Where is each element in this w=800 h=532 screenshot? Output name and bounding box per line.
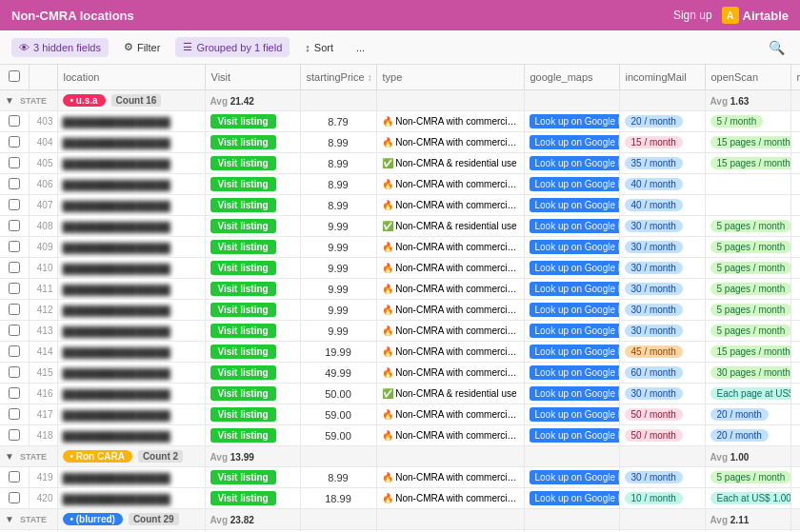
row-checkbox-cell[interactable] [0, 300, 29, 321]
row-visit[interactable]: Visit listing [205, 384, 300, 404]
row-maps[interactable]: Look up on Google M... [524, 425, 619, 446]
lookup-maps-button[interactable]: Look up on Google M... [530, 240, 620, 254]
row-checkbox-cell[interactable] [0, 467, 29, 488]
row-maps[interactable]: Look up on Google M... [524, 279, 619, 300]
row-checkbox[interactable] [9, 304, 20, 315]
row-location[interactable]: ████████████████ [57, 404, 205, 425]
row-visit[interactable]: Visit listing [205, 216, 300, 237]
row-location[interactable]: ████████████████ [57, 384, 205, 404]
col-header-maps[interactable]: google_maps [524, 65, 619, 90]
row-maps[interactable]: Look up on Google M... [524, 174, 619, 195]
row-checkbox[interactable] [9, 157, 20, 168]
visit-listing-button[interactable]: Visit listing [210, 428, 276, 443]
row-location[interactable]: ████████████████ [57, 279, 205, 300]
lookup-maps-button[interactable]: Look up on Google M... [530, 135, 620, 149]
row-checkbox-cell[interactable] [0, 363, 29, 384]
row-visit[interactable]: Visit listing [205, 363, 300, 384]
lookup-maps-button[interactable]: Look up on Google M... [530, 428, 620, 443]
visit-listing-button[interactable]: Visit listing [210, 114, 276, 128]
row-checkbox-cell[interactable] [0, 258, 29, 279]
row-maps[interactable]: Look up on Google M... [524, 384, 619, 404]
visit-listing-button[interactable]: Visit listing [210, 345, 276, 359]
row-visit[interactable]: Visit listing [205, 279, 300, 300]
row-checkbox-cell[interactable] [0, 111, 29, 132]
row-checkbox[interactable] [9, 408, 20, 420]
row-checkbox[interactable] [9, 387, 20, 399]
row-location[interactable]: ████████████████ [57, 174, 205, 195]
row-maps[interactable]: Look up on Google M... [524, 132, 619, 153]
lookup-maps-button[interactable]: Look up on Google M... [530, 114, 620, 128]
sign-up-link[interactable]: Sign up [673, 9, 712, 22]
row-checkbox-cell[interactable] [0, 488, 29, 509]
row-maps[interactable]: Look up on Google M... [524, 216, 619, 237]
row-location[interactable]: ████████████████ [57, 258, 205, 279]
row-maps[interactable]: Look up on Google M... [524, 153, 619, 174]
visit-listing-button[interactable]: Visit listing [210, 156, 276, 170]
row-location[interactable]: ████████████████ [57, 342, 205, 363]
row-visit[interactable]: Visit listing [205, 300, 300, 321]
row-checkbox-cell[interactable] [0, 195, 29, 216]
row-checkbox-cell[interactable] [0, 279, 29, 300]
row-maps[interactable]: Look up on Google M... [524, 300, 619, 321]
row-visit[interactable]: Visit listing [205, 404, 300, 425]
row-checkbox[interactable] [9, 220, 20, 231]
row-visit[interactable]: Visit listing [205, 342, 300, 363]
visit-listing-button[interactable]: Visit listing [210, 303, 276, 317]
visit-listing-button[interactable]: Visit listing [210, 261, 276, 275]
row-checkbox[interactable] [9, 429, 20, 441]
row-maps[interactable]: Look up on Google M... [524, 195, 619, 216]
col-header-mail[interactable]: incomingMail [619, 65, 705, 90]
row-checkbox[interactable] [9, 262, 20, 273]
group-chevron-icon[interactable]: ▼ [5, 451, 14, 462]
row-maps[interactable]: Look up on Google M... [524, 237, 619, 258]
row-location[interactable]: ████████████████ [57, 195, 205, 216]
row-location[interactable]: ████████████████ [57, 321, 205, 342]
row-checkbox-cell[interactable] [0, 132, 29, 153]
visit-listing-button[interactable]: Visit listing [210, 240, 276, 254]
row-location[interactable]: ████████████████ [57, 300, 205, 321]
visit-listing-button[interactable]: Visit listing [210, 282, 276, 296]
hidden-fields-button[interactable]: 👁 3 hidden fields [11, 38, 109, 57]
row-checkbox[interactable] [9, 471, 20, 483]
lookup-maps-button[interactable]: Look up on Google M... [530, 303, 620, 317]
row-visit[interactable]: Visit listing [205, 237, 300, 258]
row-checkbox[interactable] [9, 283, 20, 294]
row-checkbox-cell[interactable] [0, 321, 29, 342]
row-checkbox-cell[interactable] [0, 153, 29, 174]
row-location[interactable]: ████████████████ [57, 153, 205, 174]
col-header-visit[interactable]: Visit [205, 65, 300, 90]
row-checkbox[interactable] [9, 115, 20, 127]
visit-listing-button[interactable]: Visit listing [210, 135, 276, 149]
lookup-maps-button[interactable]: Look up on Google M... [530, 407, 620, 422]
more-button[interactable]: ... [349, 38, 372, 57]
lookup-maps-button[interactable]: Look up on Google M... [530, 386, 620, 401]
row-visit[interactable]: Visit listing [205, 258, 300, 279]
row-maps[interactable]: Look up on Google M... [524, 404, 619, 425]
visit-listing-button[interactable]: Visit listing [210, 177, 276, 191]
col-header-scan[interactable]: openScan [705, 65, 790, 90]
row-visit[interactable]: Visit listing [205, 488, 300, 509]
row-checkbox-cell[interactable] [0, 174, 29, 195]
row-location[interactable]: ████████████████ [57, 216, 205, 237]
row-checkbox-cell[interactable] [0, 384, 29, 404]
search-button[interactable]: 🔍 [765, 36, 789, 59]
row-visit[interactable]: Visit listing [205, 111, 300, 132]
row-location[interactable]: ████████████████ [57, 425, 205, 446]
row-checkbox[interactable] [9, 345, 20, 357]
lookup-maps-button[interactable]: Look up on Google M... [530, 365, 620, 380]
lookup-maps-button[interactable]: Look up on Google M... [530, 261, 620, 275]
row-checkbox[interactable] [9, 492, 20, 503]
col-header-recipients[interactable]: recipients↕ [790, 65, 800, 90]
row-visit[interactable]: Visit listing [205, 195, 300, 216]
lookup-maps-button[interactable]: Look up on Google M... [530, 156, 620, 170]
row-checkbox-cell[interactable] [0, 216, 29, 237]
row-checkbox[interactable] [9, 366, 20, 378]
row-location[interactable]: ████████████████ [57, 467, 205, 488]
row-visit[interactable]: Visit listing [205, 153, 300, 174]
row-location[interactable]: ████████████████ [57, 111, 205, 132]
row-location[interactable]: ████████████████ [57, 132, 205, 153]
visit-listing-button[interactable]: Visit listing [210, 386, 276, 401]
row-location[interactable]: ████████████████ [57, 488, 205, 509]
row-checkbox[interactable] [9, 241, 20, 252]
row-visit[interactable]: Visit listing [205, 467, 300, 488]
